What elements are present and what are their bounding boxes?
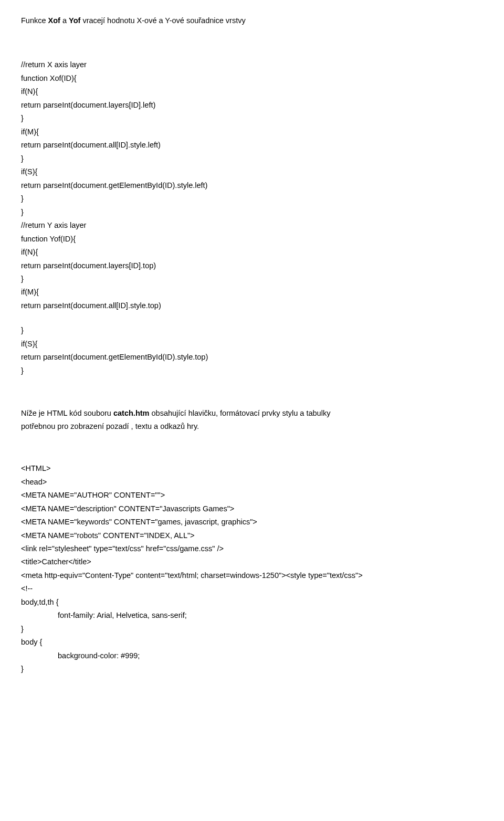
code-line: function Yof(ID){ xyxy=(21,233,483,245)
code-line: if(S){ xyxy=(21,338,483,350)
code-line: } xyxy=(21,663,483,675)
code-line: <META NAME="keywords" CONTENT="games, ja… xyxy=(21,516,483,528)
heading-bold-yof: Yof xyxy=(69,16,80,25)
code-line: return parseInt(document.getElementById(… xyxy=(21,351,483,363)
code-line: return parseInt(document.layers[ID].top) xyxy=(21,260,483,271)
desc-suffix: obsahující hlavičku, formátovací prvky s… xyxy=(149,409,330,417)
code-line: } xyxy=(21,153,483,164)
description-line2: potřebnou pro zobrazení pozadí , textu a… xyxy=(21,420,483,432)
code-line: <META NAME="robots" CONTENT="INDEX, ALL"… xyxy=(21,530,483,541)
code-line: <title>Catcher</title> xyxy=(21,556,483,567)
code-line-indent: background-color: #999; xyxy=(21,650,483,661)
desc-bold: catch.htm xyxy=(113,409,150,417)
heading-mid: a xyxy=(60,16,69,25)
description-line1: Níže je HTML kód souboru catch.htm obsah… xyxy=(21,407,483,419)
code-line: } xyxy=(21,206,483,218)
code-line: return parseInt(document.getElementById(… xyxy=(21,180,483,191)
code-line: //return X axis layer xyxy=(21,59,483,70)
code-line: } xyxy=(21,324,483,336)
heading-prefix: Funkce xyxy=(21,16,48,25)
code-line: body { xyxy=(21,636,483,648)
code-line: return parseInt(document.all[ID].style.l… xyxy=(21,139,483,151)
code-block-1: //return X axis layer function Xof(ID){ … xyxy=(21,59,483,311)
code-line: function Xof(ID){ xyxy=(21,72,483,84)
code-line: <link rel="stylesheet" type="text/css" h… xyxy=(21,543,483,554)
heading-bold-xof: Xof xyxy=(48,16,60,25)
code-line: if(N){ xyxy=(21,246,483,258)
code-line: if(S){ xyxy=(21,166,483,177)
desc-prefix: Níže je HTML kód souboru xyxy=(21,409,113,417)
code-line: } xyxy=(21,193,483,204)
code-line: } xyxy=(21,273,483,285)
code-line: if(M){ xyxy=(21,126,483,138)
heading-suffix: vracejí hodnotu X-ové a Y-ové souřadnice… xyxy=(80,16,245,25)
code-line: //return Y axis layer xyxy=(21,219,483,231)
code-line: <head> xyxy=(21,476,483,488)
code-line: return parseInt(document.all[ID].style.t… xyxy=(21,300,483,311)
heading-line: Funkce Xof a Yof vracejí hodnotu X-ové a… xyxy=(21,15,483,26)
code-line: <META NAME="AUTHOR" CONTENT=""> xyxy=(21,489,483,501)
code-block-2: <HTML> <head> <META NAME="AUTHOR" CONTEN… xyxy=(21,462,483,675)
code-line: if(M){ xyxy=(21,286,483,298)
code-line: <meta http-equiv="Content-Type" content=… xyxy=(21,570,483,581)
code-line: } xyxy=(21,112,483,124)
code-block-1b: } if(S){ return parseInt(document.getEle… xyxy=(21,324,483,376)
code-line: } xyxy=(21,365,483,376)
code-line: } xyxy=(21,623,483,635)
code-line: body,td,th { xyxy=(21,596,483,608)
code-line: <META NAME="description" CONTENT="Javasc… xyxy=(21,503,483,514)
code-line: return parseInt(document.layers[ID].left… xyxy=(21,99,483,111)
code-line: if(N){ xyxy=(21,86,483,97)
code-line-indent: font-family: Arial, Helvetica, sans-seri… xyxy=(21,609,483,621)
code-line: <!-- xyxy=(21,583,483,594)
code-line: <HTML> xyxy=(21,462,483,474)
